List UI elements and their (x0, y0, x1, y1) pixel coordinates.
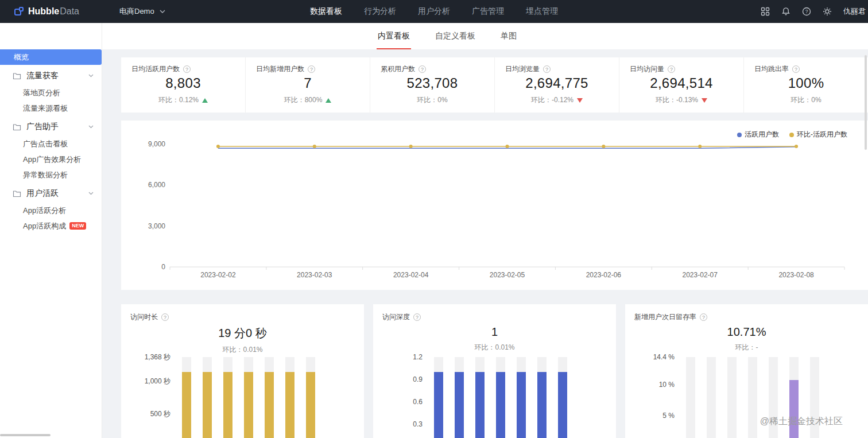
chevron-down-icon (88, 192, 94, 195)
help-icon[interactable] (308, 65, 315, 73)
y-axis-tick-label: 10 % (634, 381, 675, 389)
primary-nav: 数据看板 行为分析 用户分析 广告管理 埋点管理 (310, 6, 558, 17)
user-name[interactable]: 仇丽君 (843, 6, 866, 17)
bar-track (558, 357, 567, 438)
sidebar-item-label: 流量来源看板 (23, 103, 68, 114)
bar-value (496, 372, 505, 438)
sidebar-item-app-activity-composition[interactable]: App活跃构成 NEW (0, 218, 102, 234)
folder-icon (13, 190, 21, 197)
legend-dot-icon (789, 133, 794, 137)
sidebar-item-traffic-source-dashboard[interactable]: 流量来源看板 (0, 100, 102, 116)
nav-item-data-dashboard[interactable]: 数据看板 (310, 6, 342, 17)
data-point (409, 145, 413, 148)
nav-item-tracking-management[interactable]: 埋点管理 (526, 6, 558, 17)
chevron-down-icon (88, 74, 94, 77)
logo-icon (14, 6, 24, 17)
sidebar: 概览 流量获客 落地页分析 流量来源看板 广告助手 广告点击看板 App广告效果… (0, 23, 102, 438)
bar-track (244, 357, 253, 438)
trend-up-icon (326, 98, 331, 103)
x-axis-tick-label: 2023-02-02 (200, 271, 236, 279)
kpi-card-daily-active-users: 日均活跃用户数 8,803 环比：0.12% (121, 57, 246, 113)
project-selector[interactable]: 电商Demo (119, 6, 165, 17)
nav-item-behavior-analysis[interactable]: 行为分析 (364, 6, 396, 17)
visit-depth-bar-chart: 1.20.90.60.3 (382, 357, 607, 438)
help-icon[interactable] (792, 65, 800, 73)
kpi-row: 日均活跃用户数 8,803 环比：0.12% 日均新增用户数 7 环比：800%… (121, 57, 868, 113)
help-icon[interactable] (418, 65, 426, 73)
x-axis-tick-label: 2023-02-04 (393, 271, 429, 279)
bar-track (475, 357, 485, 438)
bar-track (496, 357, 505, 438)
sidebar-group-traffic-acquisition[interactable]: 流量获客 (0, 67, 102, 85)
bar-track (517, 357, 526, 438)
sidebar-group-ad-assistant[interactable]: 广告助手 (0, 118, 102, 136)
bar-track (707, 357, 716, 438)
bar-value (285, 372, 294, 438)
help-icon[interactable] (700, 313, 707, 321)
help-icon[interactable] (413, 313, 421, 321)
legend-item[interactable]: 活跃用户数 (737, 130, 779, 139)
apps-grid-icon[interactable] (761, 7, 770, 16)
legend-item[interactable]: 环比-活跃用户数 (789, 130, 847, 139)
logo[interactable]: Hubble Data (14, 6, 79, 17)
data-point (698, 145, 702, 148)
x-axis-tick-label: 2023-02-07 (683, 271, 718, 279)
chart-compare: 环比：0.01% (382, 343, 607, 352)
tab-builtin-dashboard[interactable]: 内置看板 (377, 23, 411, 49)
bar-track (306, 357, 315, 438)
kpi-compare: 环比：800% (284, 95, 323, 105)
bell-icon[interactable] (781, 7, 790, 16)
sidebar-item-app-activity-analysis[interactable]: App活跃分析 (0, 203, 102, 218)
new-badge: NEW (69, 222, 86, 230)
sidebar-item-landing-page-analysis[interactable]: 落地页分析 (0, 85, 102, 100)
bar-value (223, 372, 232, 438)
x-axis-tick-label: 2023-02-05 (490, 271, 525, 279)
main-content: 日均活跃用户数 8,803 环比：0.12% 日均新增用户数 7 环比：800%… (102, 49, 868, 438)
help-circle-icon[interactable]: ? (802, 7, 811, 16)
kpi-value: 2,694,775 (505, 75, 609, 91)
bar-track (434, 357, 443, 438)
help-icon[interactable] (543, 65, 551, 73)
y-axis-tick-label: 0.9 (382, 375, 423, 383)
sidebar-group-user-activity[interactable]: 用户活跃 (0, 184, 102, 203)
sidebar-item-label: 异常数据分析 (23, 170, 68, 180)
trend-down-icon (702, 98, 707, 103)
bar-value (558, 372, 567, 438)
y-axis-tick-label: 500 秒 (130, 409, 170, 418)
sidebar-item-label: App活跃构成 (23, 221, 66, 231)
sidebar-group-label: 广告助手 (26, 122, 88, 132)
kpi-label: 日均新增用户数 (256, 64, 304, 74)
help-icon[interactable] (668, 65, 675, 73)
data-point (795, 145, 798, 148)
y-axis-tick-label: 1,368 秒 (130, 352, 170, 362)
kpi-card-cumulative-users: 累积用户数 523,708 环比：0% (370, 57, 495, 113)
sidebar-item-app-ad-effect-analysis[interactable]: App广告效果分析 (0, 152, 102, 167)
nav-item-ad-management[interactable]: 广告管理 (472, 6, 504, 17)
chart-card-visit-depth: 访问深度 1 环比：0.01% 1.20.90.60.3 (373, 304, 616, 438)
sidebar-group-label: 流量获客 (26, 71, 88, 81)
vertical-scrollbar[interactable] (865, 55, 867, 150)
x-axis-tick-label: 2023-02-03 (297, 271, 332, 279)
dashboard-tabbar: 内置看板 自定义看板 单图 (102, 23, 868, 49)
kpi-compare: 环比：-0.13% (656, 95, 698, 105)
data-point (216, 145, 220, 148)
kpi-label: 累积用户数 (381, 64, 415, 74)
nav-item-user-analysis[interactable]: 用户分析 (418, 6, 450, 17)
gear-icon[interactable] (823, 7, 832, 16)
kpi-label: 日均访问量 (630, 64, 664, 74)
help-icon[interactable] (183, 65, 191, 73)
sidebar-item-ad-click-dashboard[interactable]: 广告点击看板 (0, 136, 102, 152)
kpi-card-daily-pageviews: 日均浏览量 2,694,775 环比：-0.12% (495, 57, 619, 113)
sidebar-item-abnormal-data-analysis[interactable]: 异常数据分析 (0, 167, 102, 183)
tab-single-chart[interactable]: 单图 (499, 23, 518, 49)
bar-track (727, 357, 737, 438)
horizontal-scrollbar[interactable] (0, 434, 51, 436)
chart-headline: 1 (382, 325, 607, 339)
tab-custom-dashboard[interactable]: 自定义看板 (434, 23, 476, 49)
secondary-charts-row: 访问时长 19 分0 秒 环比：0.01% 1,368 秒1,000 秒500 … (121, 304, 868, 438)
sidebar-item-label: 概览 (14, 52, 29, 63)
sidebar-item-overview[interactable]: 概览 (0, 49, 102, 65)
kpi-label: 日均活跃用户数 (131, 64, 180, 74)
help-icon[interactable] (161, 313, 169, 321)
bar-track (203, 357, 212, 438)
